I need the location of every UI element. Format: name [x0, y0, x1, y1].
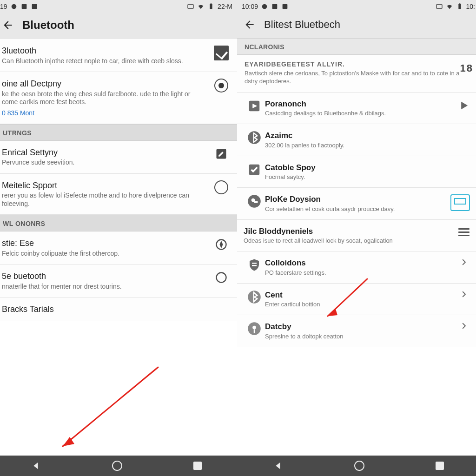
row-sub: Cor seletatlien ef cosk ourla saydr prou… — [265, 205, 442, 213]
pin-icon — [247, 322, 261, 336]
row-title: PloKe Doysion — [265, 194, 442, 204]
nav-home-icon[interactable] — [112, 461, 122, 471]
section-header-wlononrs: WL ONONRS — [0, 215, 237, 231]
row-datcby[interactable]: Datcby Spresine to a doitopk ceatton — [237, 315, 476, 347]
info-block: EYARIDBEGEETEST ALLYIR. Bavtisch slere c… — [237, 55, 476, 93]
link-835-mont[interactable]: 0 835 Mont — [2, 109, 34, 117]
row-sub: Castcding dealisgs to Bluetbosnhe & dbil… — [265, 110, 449, 117]
status-bar: 10:09 10: — [237, 0, 476, 13]
circle-icon — [10, 3, 18, 10]
row-catoble-spoy[interactable]: Catoble Spoy Focrnal saytcy. — [237, 156, 476, 188]
row-sub: Odeas isue to rect all loadwell lock by … — [244, 237, 449, 245]
row-sub: Felcic coinby colipuate the first otherc… — [2, 250, 206, 258]
row-sub: ke the oesn brote the ving ches suld far… — [2, 90, 206, 106]
nav-recents-icon[interactable] — [436, 462, 444, 470]
checkbox-icon[interactable] — [214, 46, 229, 60]
nav-back-icon[interactable] — [31, 461, 41, 471]
nav-home-icon[interactable] — [354, 461, 364, 471]
svg-rect-14 — [459, 3, 460, 4]
navbar — [0, 456, 237, 476]
page-title: Blitest Bluetbech — [264, 19, 340, 31]
info-sub: Bavtisch slere che cerloans, To plctosti… — [245, 70, 472, 86]
row-sub: Pervunce sude seevition. — [2, 159, 206, 167]
row-title: 3luetooth — [2, 46, 206, 56]
row-title: 5e buetooth — [2, 271, 206, 282]
square-icon — [281, 3, 289, 10]
svg-point-8 — [217, 273, 226, 283]
check-box-icon — [247, 163, 261, 177]
battery-icon — [456, 3, 463, 10]
row-title: Poranonch — [265, 99, 449, 109]
row-sub: PO facerslare settings. — [265, 269, 449, 277]
svg-rect-21 — [252, 263, 257, 264]
row-title: Datcby — [265, 322, 449, 331]
nav-back-icon[interactable] — [273, 461, 283, 471]
play-box-icon — [247, 99, 261, 113]
navbar — [237, 456, 476, 476]
play-icon — [457, 99, 470, 112]
row-title: Cent — [265, 290, 449, 300]
content: NCLARONIS EYARIDBEGEETEST ALLYIR. Bavtis… — [237, 38, 476, 456]
row-jilc-bloddyneniels[interactable]: Jilc Bloddyneniels Odeas isue to rect al… — [237, 220, 476, 252]
chevron-right-icon — [460, 322, 468, 330]
circle-icon — [261, 3, 268, 10]
svg-rect-3 — [188, 5, 193, 8]
status-right-text: 10: — [466, 3, 475, 10]
svg-rect-5 — [211, 3, 212, 4]
row-bluetooth[interactable]: 3luetooth Can Bluetooth in|othe retect n… — [0, 39, 237, 72]
svg-rect-22 — [252, 265, 257, 266]
nav-recents-icon[interactable] — [193, 462, 202, 470]
row-sub: Spresine to a doitopk ceatton — [265, 333, 449, 340]
section-header-utrngs: UTRNGS — [0, 124, 237, 141]
row-sub: Enter carticul bottion — [265, 301, 449, 308]
svg-point-25 — [252, 326, 256, 330]
row-poranonch[interactable]: Poranonch Castcding dealisgs to Bluetbos… — [237, 93, 476, 125]
back-icon[interactable] — [2, 19, 14, 31]
moon-icon — [215, 271, 228, 284]
row-title: stie: Ese — [2, 238, 206, 249]
row-bracks-tarials[interactable]: Bracks Tarials — [0, 298, 237, 321]
square-icon — [20, 3, 28, 10]
row-5e-buetooth[interactable]: 5e buetooth nnaterlle that for menter no… — [0, 264, 237, 298]
svg-rect-20 — [254, 201, 258, 203]
radio-icon[interactable] — [214, 79, 228, 93]
info-title: EYARIDBEGEETEST ALLYIR. — [245, 60, 472, 68]
radio-icon[interactable] — [214, 180, 228, 194]
row-title: Azaimc — [265, 131, 468, 140]
row-title: Enrical Settyny — [2, 147, 206, 158]
row-sub: Focrnal saytcy. — [265, 173, 468, 181]
row-cent[interactable]: Cent Enter carticul bottion — [237, 284, 476, 316]
svg-rect-4 — [210, 4, 212, 9]
info-trail: 18 — [460, 62, 473, 74]
card-icon — [436, 3, 443, 10]
row-title: Catoble Spoy — [265, 163, 468, 172]
page-title: Bluetooth — [22, 19, 74, 32]
back-icon[interactable] — [244, 19, 256, 31]
card-icon — [187, 3, 194, 10]
toolbar: Bluetooth — [0, 13, 237, 39]
toolbar: Blitest Bluetbech — [237, 13, 476, 38]
pencil-box-icon — [215, 147, 228, 160]
row-enrical[interactable]: Enrical Settyny Pervunce sude seevition. — [0, 141, 237, 174]
status-right-text: 22-M — [218, 3, 232, 10]
svg-rect-2 — [32, 4, 37, 9]
row-azaimc[interactable]: Azaimc 302.00 la panles to flactooply. — [237, 124, 476, 156]
svg-rect-10 — [272, 4, 278, 9]
hamburger-icon — [458, 226, 469, 238]
svg-point-9 — [262, 4, 267, 9]
content: 3luetooth Can Bluetooth in|othe retect n… — [0, 39, 237, 456]
svg-rect-13 — [458, 4, 461, 9]
cyan-badge-icon — [450, 194, 470, 211]
row-dectpny[interactable]: oine all Dectpny ke the oesn brote the v… — [0, 72, 237, 124]
row-colloidons[interactable]: Colloidons PO facerslare settings. — [237, 251, 476, 284]
row-meitelic[interactable]: Meitelic Spport rerer you as folew lol i… — [0, 174, 237, 215]
row-stie-ese[interactable]: stie: Ese Felcic coinby colipuate the fi… — [0, 231, 237, 264]
status-time: 10:09 — [242, 3, 258, 10]
square-icon — [31, 3, 38, 10]
row-title: Meitelic Spport — [2, 180, 206, 191]
status-time: 19 — [0, 3, 7, 10]
row-title: Colloidons — [265, 258, 449, 268]
row-ploke-doysion[interactable]: PloKe Doysion Cor seletatlien ef cosk ou… — [237, 188, 476, 220]
svg-rect-11 — [283, 4, 288, 9]
row-title: oine all Dectpny — [2, 79, 206, 89]
